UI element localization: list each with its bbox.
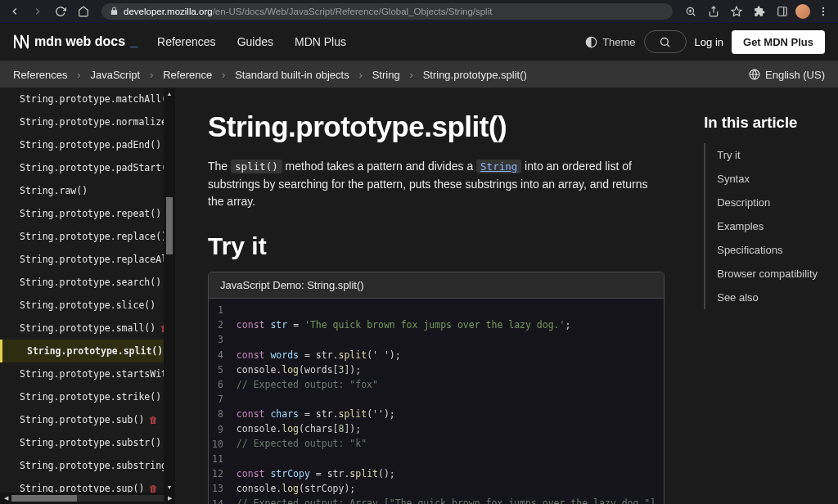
- chevron-right-icon: ›: [219, 69, 228, 81]
- sidebar-item[interactable]: String.prototype.search(): [0, 271, 175, 294]
- logo-text: mdn web docs: [34, 34, 125, 49]
- language-selector[interactable]: English (US): [749, 69, 825, 81]
- theme-toggle[interactable]: Theme: [585, 36, 635, 48]
- sidebar-vscrollbar[interactable]: ▲▼: [164, 88, 175, 493]
- intro-paragraph: The split() method takes a pattern and d…: [208, 158, 665, 211]
- sidebar-item[interactable]: String.prototype.split(): [0, 340, 175, 362]
- sidebar-item[interactable]: String.prototype.substr()🗑: [0, 431, 175, 454]
- login-link[interactable]: Log in: [695, 36, 723, 48]
- sidebar-item[interactable]: String.prototype.small()🗑: [0, 317, 175, 340]
- profile-avatar[interactable]: [795, 4, 810, 19]
- theme-label: Theme: [602, 36, 635, 48]
- sidebar-item[interactable]: String.prototype.replaceAll(): [0, 248, 175, 271]
- forward-button[interactable]: [28, 2, 47, 21]
- sidebar-item[interactable]: String.prototype.matchAll(): [0, 88, 175, 110]
- menu-icon[interactable]: [813, 2, 833, 21]
- sidepanel-icon[interactable]: [773, 2, 792, 21]
- string-link[interactable]: String: [476, 160, 521, 173]
- toc-heading: In this article: [704, 114, 838, 132]
- code-editor[interactable]: 1234567891011121314 const str = 'The qui…: [209, 299, 664, 504]
- breadcrumb: References › JavaScript › Reference › St…: [0, 61, 838, 88]
- crumb-references[interactable]: References: [13, 69, 67, 81]
- nav-mdnplus[interactable]: MDN Plus: [295, 35, 346, 48]
- article-content: String.prototype.split() The split() met…: [175, 88, 838, 504]
- crumb-reference[interactable]: Reference: [163, 69, 212, 81]
- sidebar-hscrollbar[interactable]: ◀▶: [0, 493, 175, 504]
- share-icon[interactable]: [704, 2, 723, 21]
- lock-icon: [110, 7, 119, 16]
- sidebar-item[interactable]: String.prototype.sub()🗑: [0, 408, 175, 431]
- sidebar: String.prototype.matchAll()String.protot…: [0, 88, 175, 504]
- try-it-heading: Try it: [208, 232, 665, 260]
- sidebar-item[interactable]: String.prototype.repeat(): [0, 202, 175, 225]
- toc-item[interactable]: See also: [705, 286, 838, 309]
- svg-point-6: [822, 10, 824, 11]
- table-of-contents: In this article Try itSyntaxDescriptionE…: [704, 110, 838, 504]
- svg-point-9: [661, 38, 669, 45]
- sidebar-item[interactable]: String.prototype.replace(): [0, 225, 175, 248]
- sidebar-item[interactable]: String.prototype.normalize(): [0, 110, 175, 133]
- page-title: String.prototype.split(): [208, 110, 665, 143]
- svg-point-7: [822, 13, 824, 15]
- zoom-icon[interactable]: [681, 2, 701, 21]
- demo-header: JavaScript Demo: String.split(): [209, 272, 664, 299]
- sidebar-item[interactable]: String.prototype.sup()🗑: [0, 477, 175, 493]
- toc-item[interactable]: Try it: [705, 143, 838, 167]
- sidebar-item[interactable]: String.prototype.strike()🗑: [0, 385, 175, 408]
- reload-button[interactable]: [51, 2, 70, 21]
- sidebar-item[interactable]: String.prototype.padStart(): [0, 156, 175, 179]
- toc-item[interactable]: Examples: [705, 214, 838, 238]
- address-bar[interactable]: developer.mozilla.org/en-US/docs/Web/Jav…: [101, 3, 673, 20]
- svg-point-5: [822, 7, 824, 8]
- nav-references[interactable]: References: [157, 35, 216, 48]
- crumb-builtins[interactable]: Standard built-in objects: [235, 69, 349, 81]
- svg-marker-2: [732, 7, 741, 16]
- svg-rect-3: [778, 7, 787, 16]
- search-button[interactable]: [644, 30, 687, 53]
- back-button[interactable]: [5, 2, 25, 21]
- code-body: const str = 'The quick brown fox jumps o…: [228, 299, 664, 504]
- sidebar-item[interactable]: String.prototype.slice(): [0, 294, 175, 317]
- mdn-header: mdn web docs_ References Guides MDN Plus…: [0, 23, 838, 61]
- toc-item[interactable]: Syntax: [705, 167, 838, 191]
- inline-code: split(): [231, 160, 282, 173]
- crumb-javascript[interactable]: JavaScript: [90, 69, 140, 81]
- crumb-string[interactable]: String: [372, 69, 400, 81]
- nav-guides[interactable]: Guides: [237, 35, 273, 48]
- lang-label: English (US): [765, 69, 825, 81]
- extensions-icon[interactable]: [750, 2, 769, 21]
- toc-item[interactable]: Browser compatibility: [705, 262, 838, 286]
- deprecated-icon: 🗑: [149, 484, 158, 493]
- home-button[interactable]: [74, 2, 93, 21]
- chevron-right-icon: ›: [356, 69, 366, 81]
- sidebar-item[interactable]: String.prototype.padEnd(): [0, 133, 175, 156]
- sidebar-item[interactable]: String.prototype.startsWith(): [0, 362, 175, 385]
- star-icon[interactable]: [727, 2, 746, 21]
- mdn-logo[interactable]: mdn web docs_: [13, 34, 137, 50]
- toc-item[interactable]: Specifications: [705, 238, 838, 262]
- chevron-right-icon: ›: [407, 69, 417, 81]
- line-numbers: 1234567891011121314: [209, 299, 228, 504]
- crumb-current[interactable]: String.prototype.split(): [423, 69, 527, 81]
- get-mdn-plus-button[interactable]: Get MDN Plus: [732, 30, 825, 54]
- header-nav: References Guides MDN Plus: [157, 35, 346, 48]
- toc-item[interactable]: Description: [705, 191, 838, 214]
- url-text: developer.mozilla.org/en-US/docs/Web/Jav…: [124, 7, 665, 16]
- code-demo-box: JavaScript Demo: String.split() 12345678…: [208, 272, 665, 504]
- browser-toolbar: developer.mozilla.org/en-US/docs/Web/Jav…: [0, 0, 838, 23]
- deprecated-icon: 🗑: [149, 415, 158, 425]
- sidebar-item[interactable]: String.prototype.substring(): [0, 454, 175, 477]
- sidebar-item[interactable]: String.raw(): [0, 179, 175, 202]
- chevron-right-icon: ›: [146, 69, 156, 81]
- chevron-right-icon: ›: [74, 69, 83, 81]
